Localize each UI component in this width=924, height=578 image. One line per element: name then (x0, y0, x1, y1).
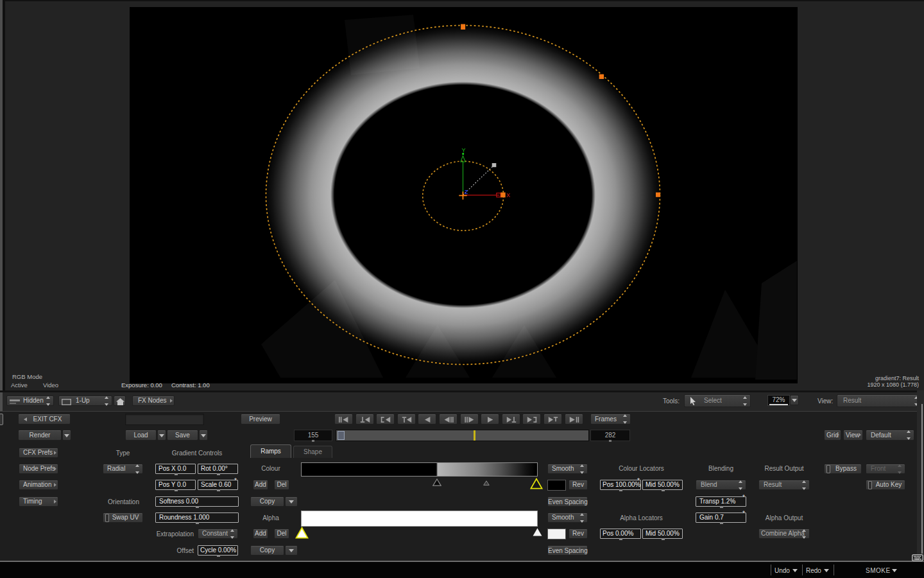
svg-text:Y: Y (461, 147, 465, 153)
svg-text:X: X (506, 192, 510, 198)
svg-text:Z: Z (465, 189, 468, 195)
